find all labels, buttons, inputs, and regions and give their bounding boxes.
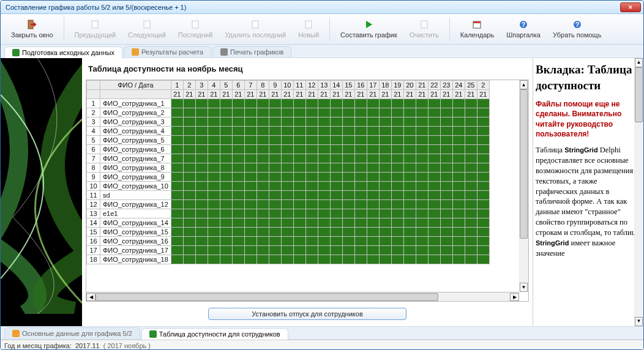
grid-cell[interactable] — [440, 255, 452, 264]
grid-cell[interactable] — [220, 246, 232, 255]
grid-cell[interactable] — [244, 255, 256, 264]
grid-cell[interactable] — [403, 145, 416, 154]
grid-cell[interactable] — [477, 127, 489, 136]
grid-cell[interactable] — [416, 117, 428, 127]
grid-cell[interactable] — [232, 237, 244, 246]
grid-cell[interactable] — [367, 99, 379, 108]
grid-cell[interactable] — [256, 191, 269, 200]
grid-cell[interactable] — [465, 136, 477, 145]
grid-cell[interactable] — [269, 117, 281, 127]
grid-cell[interactable] — [171, 99, 183, 108]
grid-cell[interactable] — [477, 108, 489, 117]
grid-cell[interactable] — [330, 117, 342, 127]
grid-cell[interactable] — [171, 237, 183, 246]
grid-cell[interactable] — [183, 191, 195, 200]
grid-cell[interactable] — [354, 173, 367, 182]
grid-cell[interactable] — [244, 173, 256, 182]
grid-cell[interactable] — [379, 108, 391, 117]
grid-cell[interactable] — [477, 182, 489, 191]
grid-cell[interactable] — [379, 136, 391, 145]
grid-cell[interactable] — [171, 108, 183, 117]
grid-cell[interactable] — [183, 127, 195, 136]
grid-cell[interactable] — [195, 173, 208, 182]
grid-cell[interactable] — [477, 191, 489, 200]
grid-cell[interactable] — [232, 117, 244, 127]
grid-cell[interactable] — [281, 99, 293, 108]
row-name[interactable]: ФИО_сотрудника_7 — [100, 154, 171, 163]
grid-row[interactable]: 10ФИО_сотрудника_10 — [87, 182, 490, 191]
grid-row[interactable]: 3ФИО_сотрудника_3 — [87, 117, 490, 127]
grid-cell[interactable] — [342, 218, 354, 228]
grid-row[interactable]: 7ФИО_сотрудника_7 — [87, 154, 490, 163]
grid-cell[interactable] — [318, 154, 330, 163]
grid-cell[interactable] — [477, 173, 489, 182]
row-name[interactable]: ФИО_сотрудника_6 — [100, 145, 171, 154]
grid-cell[interactable] — [269, 209, 281, 218]
grid-cell[interactable] — [379, 218, 391, 228]
grid-cell[interactable] — [269, 237, 281, 246]
grid-cell[interactable] — [281, 228, 293, 237]
grid-cell[interactable] — [416, 237, 428, 246]
grid-cell[interactable] — [367, 108, 379, 117]
grid-cell[interactable] — [440, 228, 452, 237]
grid-cell[interactable] — [342, 255, 354, 264]
bottom-tab[interactable]: Таблица доступности для сотрудников — [141, 328, 288, 340]
grid-cell[interactable] — [477, 99, 489, 108]
grid-cell[interactable] — [477, 228, 489, 237]
grid-cell[interactable] — [342, 99, 354, 108]
grid-cell[interactable] — [465, 246, 477, 255]
grid-cell[interactable] — [305, 191, 318, 200]
grid-cell[interactable] — [244, 127, 256, 136]
row-name[interactable]: ФИО_сотрудника_10 — [100, 182, 171, 191]
grid-cell[interactable] — [208, 136, 220, 145]
grid-cell[interactable] — [379, 173, 391, 182]
grid-cell[interactable] — [318, 228, 330, 237]
grid-cell[interactable] — [269, 154, 281, 163]
grid-cell[interactable] — [305, 136, 318, 145]
grid-cell[interactable] — [416, 99, 428, 108]
grid-cell[interactable] — [269, 191, 281, 200]
grid-cell[interactable] — [281, 218, 293, 228]
grid-cell[interactable] — [256, 228, 269, 237]
grid-cell[interactable] — [244, 163, 256, 173]
grid-cell[interactable] — [195, 145, 208, 154]
grid-cell[interactable] — [256, 182, 269, 191]
grid-cell[interactable] — [367, 117, 379, 127]
grid-cell[interactable] — [281, 136, 293, 145]
grid-cell[interactable] — [452, 182, 465, 191]
grid-cell[interactable] — [379, 145, 391, 154]
grid-cell[interactable] — [195, 237, 208, 246]
grid-cell[interactable] — [379, 191, 391, 200]
grid-cell[interactable] — [403, 237, 416, 246]
grid-cell[interactable] — [379, 182, 391, 191]
grid-row[interactable]: 11sd — [87, 191, 490, 200]
grid-cell[interactable] — [232, 200, 244, 209]
grid-cell[interactable] — [354, 127, 367, 136]
grid-cell[interactable] — [391, 209, 403, 218]
grid-row[interactable]: 17ФИО_сотрудника_17 — [87, 246, 490, 255]
grid-cell[interactable] — [452, 99, 465, 108]
grid-cell[interactable] — [452, 209, 465, 218]
grid-cell[interactable] — [391, 173, 403, 182]
grid-cell[interactable] — [330, 136, 342, 145]
grid-cell[interactable] — [269, 218, 281, 228]
grid-cell[interactable] — [403, 136, 416, 145]
grid-cell[interactable] — [183, 200, 195, 209]
grid-cell[interactable] — [305, 182, 318, 191]
toolbar-calendar-button[interactable]: Календарь — [456, 16, 499, 43]
grid-cell[interactable] — [391, 218, 403, 228]
grid-cell[interactable] — [281, 246, 293, 255]
grid-cell[interactable] — [293, 173, 305, 182]
toolbar-run-button[interactable]: Составить график — [336, 16, 402, 43]
grid-cell[interactable] — [281, 173, 293, 182]
grid-cell[interactable] — [342, 117, 354, 127]
grid-cell[interactable] — [354, 237, 367, 246]
grid-cell[interactable] — [293, 145, 305, 154]
grid-cell[interactable] — [305, 228, 318, 237]
grid-cell[interactable] — [330, 182, 342, 191]
grid-cell[interactable] — [477, 136, 489, 145]
grid-cell[interactable] — [293, 163, 305, 173]
grid-cell[interactable] — [428, 163, 440, 173]
grid-cell[interactable] — [465, 228, 477, 237]
grid-cell[interactable] — [416, 136, 428, 145]
